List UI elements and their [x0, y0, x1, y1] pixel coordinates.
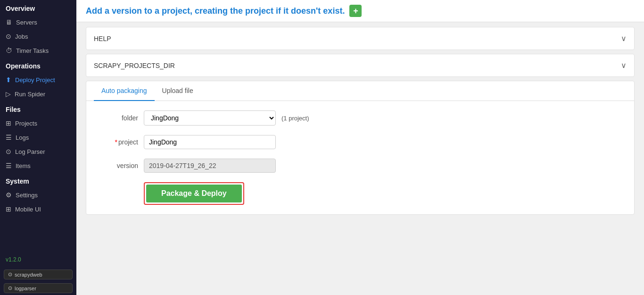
accordion-scrapy-dir-header[interactable]: SCRAPY_PROJECTS_DIR ∨: [86, 54, 634, 76]
add-button[interactable]: +: [349, 5, 362, 17]
required-star: *: [115, 138, 117, 146]
project-label: *project: [100, 138, 138, 146]
sidebar-item-items-label: Items: [16, 162, 31, 169]
sidebar-item-settings[interactable]: ⚙ Settings: [0, 188, 76, 202]
accordion-help-label: HELP: [94, 35, 111, 42]
logs-icon: ☰: [6, 134, 12, 141]
sidebar-section-system: System ⚙ Settings ⊞ Mobile UI: [0, 173, 76, 216]
accordion-scrapy-dir-arrow: ∨: [621, 61, 627, 70]
sidebar-item-servers-label: Servers: [16, 19, 37, 26]
accordion-help-header[interactable]: HELP ∨: [86, 27, 634, 50]
sidebar-item-logs[interactable]: ☰ Logs: [0, 130, 76, 144]
sidebar-item-mobile-ui[interactable]: ⊞ Mobile UI: [0, 202, 76, 216]
sidebar-item-jobs[interactable]: ⊙ Jobs: [0, 29, 76, 43]
content-area: HELP ∨ SCRAPY_PROJECTS_DIR ∨ Auto packag…: [76, 22, 644, 223]
accordion-help-arrow: ∨: [621, 34, 627, 43]
items-icon: ☰: [6, 162, 12, 169]
deploy-btn-wrapper: Package & Deploy: [144, 182, 244, 205]
accordion-help: HELP ∨: [86, 27, 635, 50]
sidebar-item-deploy-project[interactable]: ⬆ Deploy Project: [0, 73, 76, 87]
sidebar-section-overview-label: Overview: [0, 0, 76, 15]
sidebar-item-projects[interactable]: ⊞ Projects: [0, 116, 76, 130]
folder-label: folder: [100, 114, 138, 122]
sidebar-item-jobs-label: Jobs: [15, 33, 28, 40]
github-icon-scrapydweb: ⊙: [8, 271, 12, 278]
sidebar-section-files: Files ⊞ Projects ☰ Logs ⊙ Log Parser ☰ I…: [0, 101, 76, 173]
mobile-ui-icon: ⊞: [6, 205, 11, 213]
sidebar-item-projects-label: Projects: [15, 120, 37, 127]
folder-count: (1 project): [281, 115, 309, 122]
projects-icon: ⊞: [6, 119, 11, 127]
log-parser-icon: ⊙: [6, 148, 11, 155]
tab-upload-file-label: Upload file: [162, 87, 193, 94]
folder-select[interactable]: JingDong: [144, 110, 276, 126]
sidebar-section-operations: Operations ⬆ Deploy Project ▷ Run Spider: [0, 58, 76, 101]
badge-logparser-label: logparser: [15, 286, 36, 291]
deploy-btn-container: Package & Deploy: [100, 182, 620, 205]
version-input: [144, 159, 276, 173]
folder-row: folder JingDong (1 project): [100, 110, 620, 126]
main-content: Add a version to a project, creating the…: [76, 0, 644, 295]
deploy-button[interactable]: Package & Deploy: [146, 185, 242, 202]
jobs-icon: ⊙: [6, 33, 11, 40]
sidebar-item-settings-label: Settings: [16, 192, 38, 199]
tab-auto-packaging-label: Auto packaging: [101, 87, 147, 94]
tab-auto-packaging[interactable]: Auto packaging: [94, 81, 155, 101]
servers-icon: 🖥: [6, 18, 12, 26]
form-area: folder JingDong (1 project) *project ver…: [86, 101, 634, 214]
tabs-container: Auto packaging Upload file folder JingDo…: [86, 81, 635, 215]
github-icon-logparser: ⊙: [8, 285, 12, 291]
accordion-scrapy-dir: SCRAPY_PROJECTS_DIR ∨: [86, 54, 635, 77]
sidebar-item-mobile-ui-label: Mobile UI: [15, 206, 41, 213]
tab-upload-file[interactable]: Upload file: [155, 81, 201, 101]
sidebar-item-servers[interactable]: 🖥 Servers: [0, 15, 76, 29]
sidebar-item-log-parser[interactable]: ⊙ Log Parser: [0, 144, 76, 159]
sidebar-item-run-spider-label: Run Spider: [15, 91, 45, 98]
sidebar-item-deploy-label: Deploy Project: [15, 76, 55, 84]
sidebar-item-timer-tasks[interactable]: ⏱ Timer Tasks: [0, 43, 76, 58]
deploy-icon: ⬆: [6, 76, 11, 84]
sidebar-item-log-parser-label: Log Parser: [15, 148, 45, 155]
page-title: Add a version to a project, creating the…: [86, 6, 345, 16]
sidebar-item-items[interactable]: ☰ Items: [0, 159, 76, 173]
version-label: version: [100, 162, 138, 169]
sidebar-badge-scrapydweb[interactable]: ⊙ scrapydweb: [4, 270, 73, 279]
sidebar-section-overview: Overview 🖥 Servers ⊙ Jobs ⏱ Timer Tasks: [0, 0, 76, 58]
sidebar-section-operations-label: Operations: [0, 58, 76, 73]
sidebar-item-logs-label: Logs: [16, 134, 29, 141]
badge-scrapydweb-label: scrapydweb: [15, 272, 42, 278]
accordion-scrapy-dir-label: SCRAPY_PROJECTS_DIR: [94, 62, 175, 69]
project-row: *project: [100, 135, 620, 149]
run-spider-icon: ▷: [6, 90, 11, 98]
settings-icon: ⚙: [6, 191, 12, 199]
sidebar-item-run-spider[interactable]: ▷ Run Spider: [0, 87, 76, 101]
timer-tasks-icon: ⏱: [6, 47, 12, 54]
tabs-header: Auto packaging Upload file: [86, 81, 634, 101]
sidebar-version: v1.2.0: [0, 252, 76, 268]
sidebar-section-system-label: System: [0, 173, 76, 188]
sidebar-item-timer-tasks-label: Timer Tasks: [16, 47, 49, 54]
project-input[interactable]: [144, 135, 276, 149]
sidebar: Overview 🖥 Servers ⊙ Jobs ⏱ Timer Tasks …: [0, 0, 76, 295]
sidebar-section-files-label: Files: [0, 101, 76, 116]
page-header: Add a version to a project, creating the…: [76, 0, 644, 22]
sidebar-badge-logparser[interactable]: ⊙ logparser: [4, 283, 73, 293]
version-row: version: [100, 159, 620, 173]
